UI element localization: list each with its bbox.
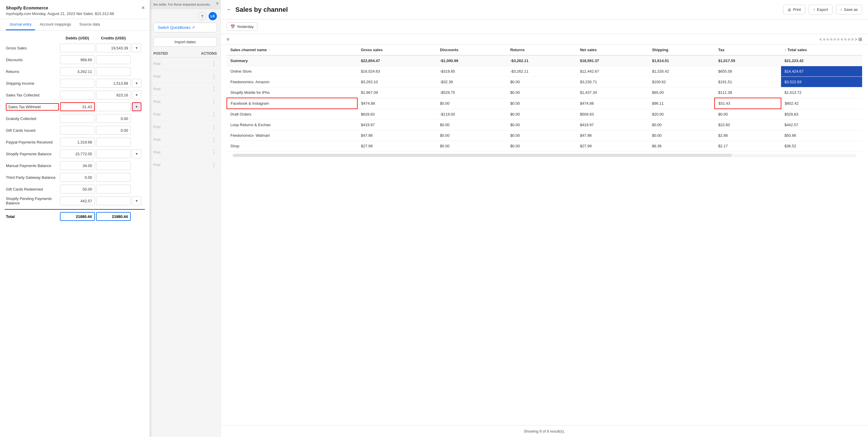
tab-source-data[interactable]: Source data bbox=[76, 19, 103, 30]
left-header: Shopify Ecommerce myshopify.com Monday, … bbox=[0, 0, 150, 19]
total-debit-input[interactable] bbox=[60, 212, 95, 221]
right-toolbar: 📅 Yesterday bbox=[221, 20, 868, 34]
loop-returns-net-sales-cell: $419.97 bbox=[577, 120, 649, 130]
pagination-next-button[interactable]: > bbox=[855, 37, 857, 42]
gift-cards-redeemed-credit-input[interactable] bbox=[96, 185, 131, 194]
row-actions-btn[interactable]: ⋮ bbox=[211, 137, 217, 143]
shopify-pending-debit-input[interactable] bbox=[60, 197, 95, 205]
tab-account-mappings[interactable]: Account mappings bbox=[36, 19, 74, 30]
total-credit-input[interactable] bbox=[96, 212, 131, 221]
gross-sales-debit-input[interactable] bbox=[60, 43, 95, 52]
sales-tax-collected-credit-input[interactable] bbox=[96, 91, 131, 99]
th-discounts[interactable]: Discounts bbox=[436, 45, 506, 55]
loop-returns-gross-sales-cell: $419.97 bbox=[357, 120, 436, 130]
journal-row-returns: Returns bbox=[5, 65, 145, 77]
th-total-sales[interactable]: ↑ Total sales bbox=[781, 45, 862, 55]
gift-cards-redeemed-debit-input[interactable] bbox=[60, 185, 95, 194]
switch-quickbooks-btn[interactable]: Switch QuickBooks ↗ bbox=[153, 23, 217, 32]
amazon-net-sales-cell: $3,230.71 bbox=[577, 77, 649, 87]
pagination-dot-8 bbox=[848, 38, 850, 40]
filter-icon-button[interactable]: ≡ bbox=[226, 37, 229, 42]
loop-returns-tax-cell: $22.60 bbox=[715, 120, 781, 130]
shopify-payments-dropdown[interactable]: ▼ bbox=[132, 149, 141, 158]
third-party-debit-input[interactable] bbox=[60, 173, 95, 182]
manual-payments-debit-input[interactable] bbox=[60, 161, 95, 170]
shopify-mobile-shipping-cell: $65.00 bbox=[649, 87, 715, 98]
row-actions-btn[interactable]: ⋮ bbox=[211, 73, 217, 80]
returns-credit-input[interactable] bbox=[96, 67, 131, 76]
returns-debit-input[interactable] bbox=[60, 67, 95, 76]
back-button[interactable]: ← bbox=[226, 6, 232, 13]
shipping-income-debit-input[interactable] bbox=[60, 79, 95, 88]
date-filter-button[interactable]: 📅 Yesterday bbox=[226, 22, 257, 31]
shopify-payments-credit-input[interactable] bbox=[96, 149, 131, 158]
row-actions-btn[interactable]: ⋮ bbox=[211, 61, 217, 67]
paypal-credit-input[interactable] bbox=[96, 138, 131, 146]
journal-row-shopify-pending: Shopify Pending Payments Balance ▼ bbox=[5, 195, 145, 207]
save-as-button[interactable]: ↑ Save as bbox=[836, 5, 862, 14]
import-dates-btn[interactable]: Import dates bbox=[153, 37, 217, 47]
table-row: Shopify Mobile for iPho $1,967.09 -$529.… bbox=[227, 87, 862, 98]
sales-tax-withheld-debit-input[interactable] bbox=[60, 103, 95, 111]
row-actions-btn[interactable]: ⋮ bbox=[211, 86, 217, 92]
gratuity-credit-input[interactable] bbox=[96, 114, 131, 123]
shopify-payments-debit-input[interactable] bbox=[60, 149, 95, 158]
th-gross-sales[interactable]: Gross sales bbox=[357, 45, 436, 55]
row-actions-btn[interactable]: ⋮ bbox=[211, 98, 217, 105]
export-label: Export bbox=[817, 7, 828, 12]
shopify-mobile-discounts-cell: -$529.75 bbox=[436, 87, 506, 98]
posted-badge: Post bbox=[153, 75, 160, 79]
walmart-discounts-cell: $0.00 bbox=[436, 130, 506, 141]
th-channel-name[interactable]: Sales channel name · bbox=[227, 45, 357, 55]
horizontal-scrollbar[interactable] bbox=[232, 154, 856, 157]
summary-channel-cell: Summary bbox=[227, 55, 357, 66]
table-row: Shop $27.99 $0.00 $0.00 $27.99 $6.36 $2.… bbox=[227, 141, 862, 151]
gift-cards-issued-debit-input[interactable] bbox=[60, 126, 95, 135]
amazon-tax-cell: $191.51 bbox=[715, 77, 781, 87]
sales-tax-collected-dropdown[interactable]: ▼ bbox=[132, 91, 141, 99]
print-button[interactable]: 🖨 Print bbox=[783, 5, 805, 14]
gross-sales-credit-input[interactable] bbox=[96, 43, 131, 52]
draft-orders-gross-sales-cell: $628.83 bbox=[357, 109, 436, 120]
th-shipping[interactable]: Shipping bbox=[649, 45, 715, 55]
middle-close-btn[interactable]: × bbox=[216, 1, 219, 6]
shipping-income-credit-input[interactable] bbox=[96, 79, 131, 88]
row-actions-btn[interactable]: ⋮ bbox=[211, 111, 217, 118]
th-returns[interactable]: Returns bbox=[506, 45, 576, 55]
tab-journal-entry[interactable]: Journal entry bbox=[6, 19, 35, 30]
row-actions-btn[interactable]: ⋮ bbox=[211, 162, 217, 168]
journal-row-gross-sales: Gross Sales ▼ bbox=[5, 42, 145, 54]
th-net-sales[interactable]: Net sales bbox=[577, 45, 649, 55]
summary-tax-cell: $1,017.55 bbox=[715, 55, 781, 66]
online-store-net-sales-cell: $12,442.67 bbox=[577, 66, 649, 77]
discounts-credit-input[interactable] bbox=[96, 55, 131, 64]
sales-tax-withheld-credit-input[interactable] bbox=[96, 103, 131, 111]
sales-tax-collected-debit-input[interactable] bbox=[60, 91, 95, 99]
shopify-pending-dropdown[interactable]: ▼ bbox=[132, 197, 141, 205]
shopify-pending-credit-input[interactable] bbox=[96, 197, 131, 205]
close-button[interactable]: × bbox=[141, 5, 145, 10]
export-button[interactable]: ↑ Export bbox=[809, 5, 832, 14]
column-toggle-button[interactable]: ⊞ bbox=[858, 36, 862, 42]
shipping-income-dropdown[interactable]: ▼ bbox=[132, 79, 141, 88]
posted-col-header: POSTED bbox=[153, 52, 195, 56]
third-party-credit-input[interactable] bbox=[96, 173, 131, 182]
manual-payments-credit-input[interactable] bbox=[96, 161, 131, 170]
paypal-debit-input[interactable] bbox=[60, 138, 95, 146]
journal-col-headers: Debits (USD) Credits (USD) bbox=[5, 34, 145, 42]
sales-tax-withheld-dropdown[interactable]: ▼ bbox=[132, 103, 141, 111]
gift-cards-issued-credit-input[interactable] bbox=[96, 126, 131, 135]
gratuity-debit-input[interactable] bbox=[60, 114, 95, 123]
row-actions-btn[interactable]: ⋮ bbox=[211, 149, 217, 155]
sales-tax-collected-label: Sales Tax Collected bbox=[6, 93, 59, 97]
discounts-debit-input[interactable] bbox=[60, 55, 95, 64]
col-action-header bbox=[132, 36, 144, 40]
help-icon-btn[interactable]: ? bbox=[198, 12, 206, 20]
results-count: Showing 8 of 8 result(s). bbox=[221, 425, 868, 437]
journal-table: Debits (USD) Credits (USD) Gross Sales ▼… bbox=[0, 31, 150, 437]
list-item: Post ⋮ bbox=[150, 108, 220, 121]
row-actions-btn[interactable]: ⋮ bbox=[211, 124, 217, 130]
th-tax[interactable]: Tax bbox=[715, 45, 781, 55]
pagination-prev-button[interactable]: < bbox=[819, 37, 822, 42]
gross-sales-dropdown[interactable]: ▼ bbox=[132, 43, 141, 52]
